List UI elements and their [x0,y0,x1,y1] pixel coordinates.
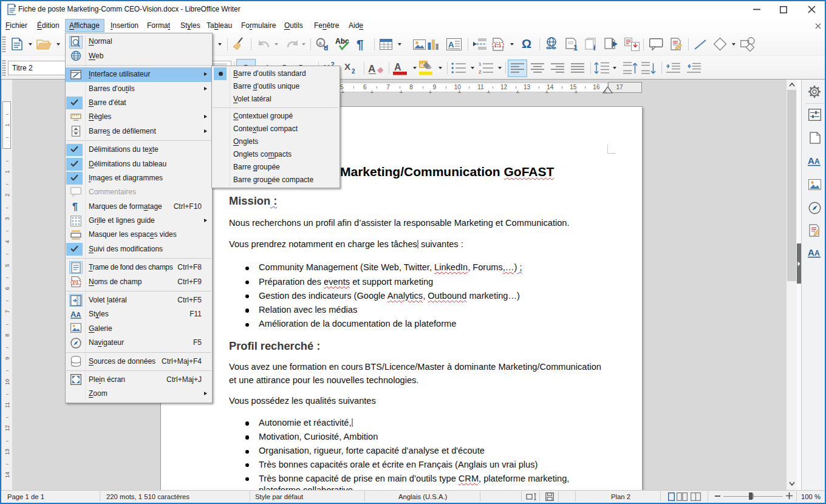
svg-text:A: A [70,310,77,319]
svg-text:a: a [319,40,322,46]
svg-text:A: A [814,249,820,257]
svg-text:i: i [593,43,596,51]
svg-text:X: X [344,61,350,72]
svg-text:1: 1 [573,43,578,51]
svg-text:(−): (−) [73,280,78,285]
svg-text:1: 1 [479,61,482,67]
svg-text:Ω: Ω [522,37,531,50]
svg-text:A: A [448,40,454,49]
svg-text:(−): (−) [495,42,501,47]
svg-text:¶: ¶ [72,202,78,212]
svg-text:d: d [324,44,328,51]
svg-text:A: A [77,311,81,318]
svg-text:A: A [394,62,401,72]
svg-text:¶: ¶ [357,37,364,51]
svg-text:A: A [814,157,820,166]
svg-text:2: 2 [479,69,482,75]
svg-text:2: 2 [352,68,355,75]
svg-text:A: A [808,155,814,166]
svg-text:A: A [368,63,375,75]
svg-text:A: A [808,247,814,257]
